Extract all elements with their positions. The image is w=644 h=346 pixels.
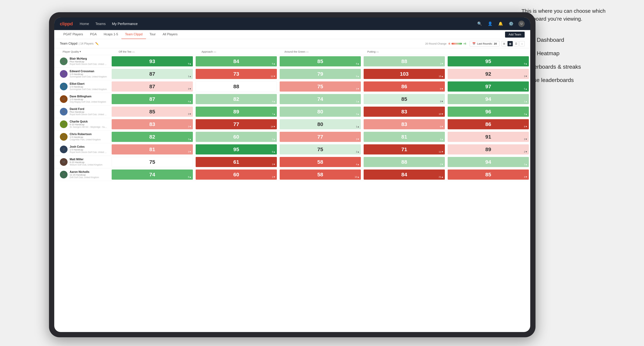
score-cell[interactable]: 882▼	[362, 156, 446, 168]
score-cell[interactable]: 871▲	[110, 68, 194, 80]
avatar[interactable]: U	[518, 21, 525, 27]
score-cell[interactable]: 75	[110, 156, 194, 168]
table-row[interactable]: DDavid FordPlus HandicapRoyal North Devo…	[54, 105, 530, 118]
annotation-option: Course leaderboards	[522, 73, 630, 87]
score-number: 87	[149, 96, 155, 102]
table-row[interactable]: CCharlie Quick6-10 HandicapSt. George's …	[54, 118, 530, 131]
subnav-team-clippd[interactable]: Team Clippd	[122, 30, 146, 39]
score-cell[interactable]: 854▼	[446, 168, 530, 181]
nav-home[interactable]: Home	[80, 22, 89, 26]
score-cell[interactable]: 584▲	[278, 156, 362, 168]
score-badge: 882▼	[364, 157, 445, 167]
table-container[interactable]: Player Quality ▾ Off the Tee — Approach …	[54, 48, 530, 332]
score-cell[interactable]: 836▼	[362, 118, 446, 130]
score-cell[interactable]: 873▼	[110, 80, 194, 93]
subnav-pga[interactable]: PGA	[86, 30, 100, 39]
col-putting[interactable]: Putting —	[364, 48, 448, 55]
score-cell[interactable]: 5810▲	[278, 168, 362, 181]
score-cell[interactable]: 748▲	[110, 168, 194, 181]
search-icon[interactable]: 🔍	[476, 21, 483, 27]
score-cell[interactable]: 866▼	[362, 80, 446, 93]
score-cell[interactable]: 963▲	[446, 105, 530, 118]
score-cell[interactable]: 833▼	[110, 118, 194, 130]
score-cell[interactable]: 8421▲	[362, 168, 446, 181]
table-row[interactable]: CChris Robertson1-5 HandicapCraigmillar …	[54, 131, 530, 143]
player-club: Sunningdale Golf Club, United Kingdom	[70, 75, 108, 78]
player-club: Royal North Devon Golf Club, United King…	[70, 113, 108, 116]
score-cell[interactable]: 741▲	[278, 93, 362, 105]
settings-icon[interactable]: ⚙️	[508, 21, 514, 27]
score-cell[interactable]: 7714▼	[194, 118, 278, 130]
score-cell[interactable]: 88	[194, 80, 278, 93]
score-number: 58	[317, 159, 323, 165]
nav-my-performance[interactable]: My Performance	[112, 22, 138, 26]
score-cell[interactable]: 958▲	[194, 143, 278, 156]
score-change: 5▲	[524, 88, 528, 90]
score-cell[interactable]: 814▲	[362, 131, 446, 143]
score-cell[interactable]: 923▼	[446, 68, 530, 80]
score-cell[interactable]: 874▲	[110, 93, 194, 105]
score-cell[interactable]: 799▲	[278, 68, 362, 80]
avatar: J	[60, 146, 68, 153]
heat-view-button[interactable]: ▦	[508, 41, 513, 46]
subnav-pgat[interactable]: PGAT Players	[60, 30, 86, 39]
score-cell[interactable]: 613▼	[194, 156, 278, 168]
grid-view-button[interactable]: ⊞	[502, 41, 507, 46]
table-row[interactable]: EEdward Crossman1-5 HandicapSunningdale …	[54, 68, 530, 80]
score-cell[interactable]: 939▲	[110, 55, 194, 67]
score-cell[interactable]: 846▲	[194, 55, 278, 67]
score-cell[interactable]: 897▲	[194, 105, 278, 118]
score-cell[interactable]: 7311▼	[194, 68, 278, 80]
nav-teams[interactable]: Teams	[96, 22, 106, 26]
tablet-screen: clippd Home Teams My Performance 🔍 👤 🔔 ⚙…	[54, 17, 530, 332]
list-view-button[interactable]: ☰	[514, 41, 519, 46]
score-cell[interactable]: 823▲	[110, 131, 194, 143]
score-cell[interactable]: 892▼	[446, 143, 530, 156]
score-cell[interactable]: 975▲	[446, 80, 530, 93]
score-cell[interactable]: 753▼	[278, 80, 362, 93]
score-cell[interactable]: 824▲	[194, 93, 278, 105]
subnav-hcaps[interactable]: Hcaps 1-5	[100, 30, 122, 39]
score-cell[interactable]: 602▲	[194, 131, 278, 143]
score-cell[interactable]: 941▲	[446, 93, 530, 105]
score-cell[interactable]: 813▼	[110, 143, 194, 156]
score-cell[interactable]: 959▲	[446, 55, 530, 67]
subnav-tour[interactable]: Tour	[146, 30, 159, 39]
table-row[interactable]: DDave Billingham1-5 HandicapGog Magog Go…	[54, 93, 530, 105]
score-number: 88	[233, 84, 239, 89]
col-player-quality[interactable]: Player Quality ▾	[60, 48, 116, 55]
score-cell[interactable]: 8310▼	[362, 105, 446, 118]
col-off-tee[interactable]: Off the Tee —	[116, 48, 199, 55]
score-cell[interactable]: 881▼	[362, 55, 446, 67]
table-row[interactable]: BBlair McHargPlus HandicapRoyal North De…	[54, 55, 530, 68]
table-row[interactable]: JJosh Coles1-5 HandicapRoyal North Devon…	[54, 143, 530, 156]
score-cell[interactable]: 943▲	[446, 156, 530, 168]
score-cell[interactable]: 853▼	[110, 105, 194, 118]
subnav-all-players[interactable]: All Players	[159, 30, 181, 39]
edit-icon[interactable]: ✏️	[95, 42, 99, 45]
score-cell[interactable]: 752▲	[278, 143, 362, 156]
last-rounds-button[interactable]: 📅 Last Rounds: 20	[470, 41, 500, 46]
user-icon[interactable]: 👤	[487, 21, 493, 27]
score-cell[interactable]: 601▼	[194, 168, 278, 181]
add-team-button[interactable]: Add Team	[505, 32, 525, 37]
table-row[interactable]: EElliot Ebert1-5 HandicapSunningdale Gol…	[54, 80, 530, 93]
table-row[interactable]: MMatt Miller6-10 HandicapWoburn Golf Clu…	[54, 156, 530, 168]
score-cell[interactable]: 853▼	[362, 93, 446, 105]
score-cell[interactable]: 913▼	[446, 131, 530, 143]
score-cell[interactable]: 773▼	[278, 131, 362, 143]
score-cell[interactable]: 868▼	[446, 118, 530, 130]
score-cell[interactable]: 10315▲	[362, 68, 446, 80]
bell-icon[interactable]: 🔔	[497, 21, 504, 27]
score-cell[interactable]: 858▲	[278, 55, 362, 67]
score-number: 94	[485, 159, 491, 165]
filter-button[interactable]: ↕	[520, 41, 525, 46]
score-cell[interactable]: 7111▼	[362, 143, 446, 156]
col-approach[interactable]: Approach —	[199, 48, 282, 55]
col-around-green[interactable]: Around the Green —	[282, 48, 364, 55]
score-number: 85	[317, 58, 323, 64]
score-cell[interactable]: 803▲	[278, 105, 362, 118]
score-cell[interactable]: 801▲	[278, 118, 362, 130]
table-row[interactable]: AAaron Nicholls11-15 HandicapDrift Golf …	[54, 168, 530, 181]
player-club: Royal North Devon Golf Club, United King…	[70, 63, 108, 65]
